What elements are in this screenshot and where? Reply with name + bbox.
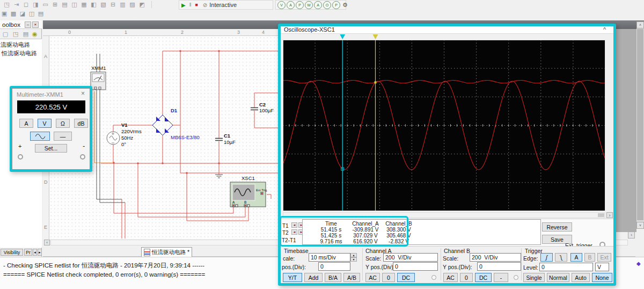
trigger-source-a-button[interactable]: A (570, 253, 582, 262)
timebase-scale-up-button[interactable]: ▲ (350, 253, 357, 257)
trigger-level-input[interactable]: 0 (539, 263, 593, 271)
component-toolbar-icon[interactable]: ◳ (2, 1, 11, 9)
add-mode-button[interactable]: Add (304, 273, 323, 282)
log-corner-icon[interactable]: ◆ (636, 261, 641, 266)
probe-settings-gear-icon[interactable]: ⚙ (342, 2, 348, 9)
graphic-toolbar-icon[interactable]: ◫ (27, 10, 36, 17)
component-toolbar-icon[interactable]: ▦ (79, 1, 89, 9)
multimeter-minus-terminal[interactable] (80, 154, 85, 160)
toolbox-tab-pr[interactable]: Pr (24, 249, 32, 256)
c1-refdes[interactable]: C1 (224, 133, 230, 139)
probe-icon[interactable]: V (277, 1, 286, 9)
component-toolbar-icon[interactable]: ▥ (118, 1, 127, 9)
tree-item-sheet[interactable]: 恒流驱动电路 (0, 49, 42, 57)
xmm1-symbol[interactable] (91, 72, 106, 90)
trigger-source-b-button[interactable]: B (584, 253, 595, 262)
toolbox-toolbar-icon[interactable]: ▤ (21, 30, 30, 38)
trigger-level-unit[interactable]: V (595, 263, 609, 271)
oscilloscope-collapse-icon[interactable]: ^ (603, 26, 606, 33)
pause-simulation-button[interactable]: ‖ (189, 2, 192, 8)
wire-orange[interactable] (94, 91, 114, 163)
tree-item-project[interactable]: 流驱动电路 (0, 39, 42, 49)
component-toolbar-icon[interactable]: ⇥ (12, 1, 21, 9)
xsc1-symbol[interactable]: A B (230, 182, 266, 207)
graphic-toolbar-icon[interactable]: ▣ (0, 10, 9, 17)
t2-move-left-button[interactable]: ◄ (291, 229, 297, 235)
c2-symbol[interactable] (251, 108, 258, 110)
xsc1-refdes[interactable]: XSC1 (241, 175, 255, 181)
ground-symbol[interactable] (215, 175, 223, 178)
timebase-xpos-input[interactable]: 0 (318, 262, 350, 271)
c1-symbol[interactable] (215, 139, 223, 141)
scope-hscroll-right-button[interactable]: › (606, 212, 613, 218)
channel-a-dc-button[interactable]: DC (397, 273, 415, 282)
wire-red[interactable] (101, 51, 280, 239)
xmm1-refdes[interactable]: XMM1 (91, 65, 106, 71)
component-toolbar-icon[interactable]: ◻ (21, 1, 31, 9)
hscroll-left-button[interactable]: ‹ (44, 240, 50, 245)
channel-b-minus-button[interactable]: - (494, 273, 508, 282)
multimeter-voltage-button[interactable]: V (38, 119, 52, 128)
vscroll-down-button[interactable]: ˅ (636, 222, 644, 229)
trigger-falling-edge-button[interactable]: ʃ (555, 253, 567, 262)
channel-b-zero-button[interactable]: 0 (460, 273, 473, 282)
trigger-normal-button[interactable]: Normal (547, 273, 569, 282)
scope-hscroll-thumb[interactable] (598, 213, 604, 217)
oscilloscope-titlebar[interactable]: Oscilloscope-XSC1 ^ (281, 26, 613, 34)
vscroll-track[interactable] (636, 28, 644, 222)
component-toolbar-icon[interactable]: ▭ (41, 1, 50, 9)
probe-icon[interactable]: P (332, 1, 340, 9)
multimeter-db-button[interactable]: dB (74, 119, 88, 128)
channel-b-terminal[interactable] (514, 275, 518, 280)
d1-part-number[interactable]: MB6S-E3/80 (171, 134, 200, 140)
vscroll-up-button[interactable]: ˄ (636, 21, 644, 28)
d1-refdes[interactable]: D1 (171, 107, 177, 113)
timebase-scale-input[interactable]: 10 ms/Div (309, 253, 350, 262)
vscroll-thumb[interactable] (637, 29, 643, 220)
probe-icon[interactable]: A (287, 1, 295, 9)
component-toolbar-icon[interactable]: ⊞ (50, 1, 60, 9)
toolbox-tab-scroll-left[interactable]: ◄ (33, 249, 37, 256)
channel-b-scale-input[interactable]: 200 V/Div (470, 253, 521, 262)
component-toolbar-icon[interactable]: ◧ (89, 1, 98, 9)
d1-bridge-symbol[interactable] (152, 115, 173, 135)
channel-b-ypos-input[interactable]: 0 (477, 262, 521, 271)
timebase-scale-down-button[interactable]: ▼ (350, 257, 357, 262)
reverse-button[interactable]: Reverse (542, 222, 572, 232)
toolbox-close-button[interactable]: × (32, 21, 39, 28)
toolbox-titlebar[interactable]: oolbox – × (0, 20, 42, 29)
probe-icon[interactable]: P (296, 1, 304, 9)
component-toolbar-icon[interactable]: ⊟ (108, 1, 118, 9)
trigger-none-button[interactable]: None (592, 273, 612, 282)
sheet-tab-active[interactable]: 恒流驱动电路 * (141, 247, 192, 257)
channel-a-scale-input[interactable]: 200 V/Div (383, 253, 438, 262)
v1-refdes[interactable]: V1 (121, 122, 128, 128)
multimeter-set-button[interactable]: Set... (35, 144, 67, 153)
multimeter-current-button[interactable]: A (19, 119, 33, 128)
stop-simulation-button[interactable]: ■ (195, 2, 197, 8)
yt-mode-button[interactable]: Y/T (283, 273, 302, 282)
channel-a-ac-button[interactable]: AC (365, 273, 380, 282)
trigger-single-button[interactable]: Single (523, 273, 545, 282)
graphic-toolbar-icon[interactable]: ◪ (18, 10, 27, 17)
toolbox-toolbar-icon[interactable]: ▢ (1, 30, 10, 38)
hscroll-right-button[interactable]: › (628, 232, 635, 239)
multimeter-resistance-button[interactable]: Ω (56, 119, 70, 128)
multimeter-title[interactable]: Multimeter-XMM1 (17, 91, 63, 98)
probe-icon[interactable]: W (305, 1, 313, 9)
graphic-toolbar-icon[interactable]: ▤ (36, 10, 45, 17)
ba-mode-button[interactable]: B/A (325, 273, 341, 282)
multimeter-dc-mode-button[interactable]: — (54, 132, 72, 141)
multimeter-ac-mode-button[interactable] (30, 132, 50, 141)
multimeter-plus-terminal[interactable] (18, 154, 23, 160)
scope-hscroll-track[interactable] (283, 212, 605, 218)
component-toolbar-icon[interactable]: ▧ (99, 1, 108, 9)
component-toolbar-icon[interactable]: ◨ (31, 1, 40, 9)
channel-a-zero-button[interactable]: 0 (382, 273, 395, 282)
ab-mode-button[interactable]: A/B (343, 273, 360, 282)
v1-symbol[interactable] (107, 132, 120, 144)
channel-a-terminal[interactable] (431, 275, 436, 280)
component-toolbar-icon[interactable]: ◩ (137, 1, 147, 9)
interactive-analysis-dropdown[interactable]: Interactive (209, 2, 237, 8)
t1-move-left-button[interactable]: ◄ (291, 222, 297, 228)
